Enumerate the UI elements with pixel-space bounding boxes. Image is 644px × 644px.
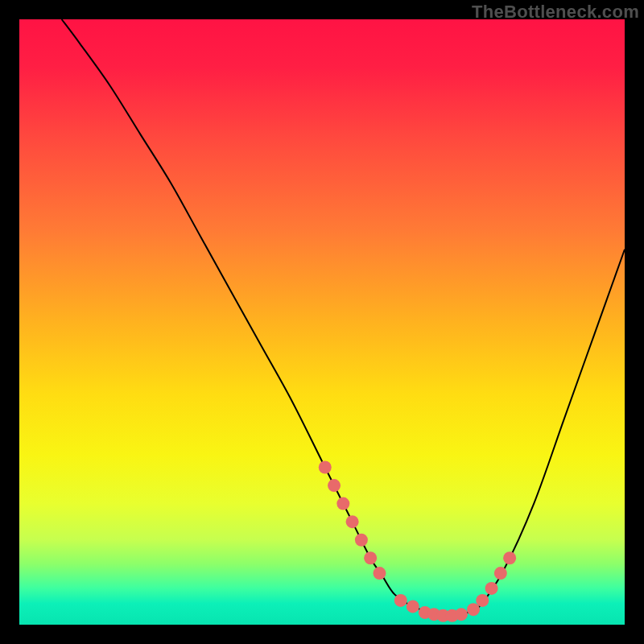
data-marker [346,515,359,528]
data-marker [476,594,489,607]
chart-svg [0,0,644,644]
data-marker [407,600,419,613]
data-marker [503,551,516,564]
data-marker [355,534,368,547]
data-marker [373,567,386,580]
data-marker [485,582,498,595]
data-marker [394,594,407,607]
data-marker [494,567,507,580]
data-marker [364,551,377,564]
data-marker [319,460,332,473]
data-marker [336,497,349,510]
data-marker [328,479,341,492]
chart-stage: TheBottleneck.com [0,0,644,644]
data-marker [455,608,468,621]
data-marker [467,603,480,616]
plot-background [19,19,625,625]
